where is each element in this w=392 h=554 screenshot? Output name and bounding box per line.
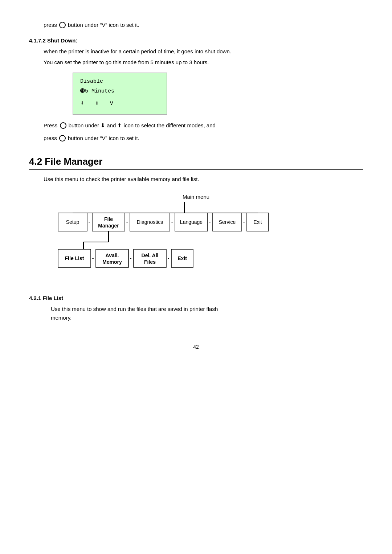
shutdown-desc1: When the printer is inactive for a certa… xyxy=(44,47,363,56)
press-label-1: Press xyxy=(44,122,57,128)
arrow-row: ⬇ ⬆ V xyxy=(80,98,159,109)
main-menu-label: Main menu xyxy=(183,194,209,200)
svg-text:Service: Service xyxy=(219,219,236,225)
disable-option: Disable xyxy=(80,77,159,86)
press-label-2: press xyxy=(44,135,57,141)
five-minutes-option: ➒5 Minutes xyxy=(80,86,159,96)
press-text-1: button under ⬇ and ⬆ icon to select the … xyxy=(69,122,216,128)
v-label: V xyxy=(110,99,113,108)
up-arrow-icon: ⬆ xyxy=(95,98,99,109)
menu-diagram: Main menu Setup - File Manager - Diagnos… xyxy=(29,194,363,282)
circle-icon-3 xyxy=(59,135,66,141)
intro-press-line: press button under “V” icon to set it. xyxy=(44,22,363,29)
press-instruction-2: press button under “V” icon to set it. xyxy=(44,133,363,143)
svg-text:Del. All: Del. All xyxy=(142,253,159,258)
svg-text:Files: Files xyxy=(144,259,156,265)
svg-text:-: - xyxy=(209,219,211,225)
svg-text:-: - xyxy=(171,219,173,225)
svg-text:-: - xyxy=(243,219,245,225)
shutdown-desc2: You can set the printer to go this mode … xyxy=(44,58,363,67)
page-number: 42 xyxy=(29,344,363,350)
intro-line1b: button under “V” icon to set it. xyxy=(68,22,139,28)
svg-text:Setup: Setup xyxy=(66,219,79,225)
svg-text:Manager: Manager xyxy=(98,223,119,229)
svg-text:Language: Language xyxy=(180,219,203,225)
svg-text:-: - xyxy=(168,255,170,261)
svg-text:-: - xyxy=(92,255,94,261)
shutdown-heading: 4.1.7.2 Shut Down: xyxy=(29,37,363,44)
svg-text:File: File xyxy=(104,216,113,222)
svg-text:Avail.: Avail. xyxy=(106,253,119,258)
svg-text:-: - xyxy=(130,255,132,261)
svg-text:Memory: Memory xyxy=(102,259,122,265)
press-text-2: button under “V” icon to set it. xyxy=(68,135,139,141)
svg-text:-: - xyxy=(126,219,128,225)
chapter-intro: Use this menu to check the printer avail… xyxy=(44,176,363,182)
circle-icon-1 xyxy=(59,22,66,28)
chapter-heading: 4.2 File Manager xyxy=(29,156,363,170)
file-list-heading: 4.2.1 File List xyxy=(29,295,363,301)
svg-text:Diagnostics: Diagnostics xyxy=(137,219,163,225)
press-instruction-1: Press button under ⬇ and ⬆ icon to selec… xyxy=(44,120,363,130)
down-arrow-icon: ⬇ xyxy=(80,98,84,109)
svg-text:-: - xyxy=(89,219,90,225)
file-list-body1: Use this menu to show and run the files … xyxy=(51,305,363,313)
shutdown-mode-box: Disable ➒5 Minutes ⬇ ⬆ V xyxy=(73,73,167,115)
svg-text:Exit: Exit xyxy=(253,219,262,225)
circle-icon-2 xyxy=(60,122,66,129)
menu-tree-svg: Setup - File Manager - Diagnostics - Lan… xyxy=(47,202,345,282)
svg-text:File List: File List xyxy=(65,255,84,261)
svg-text:Exit: Exit xyxy=(177,255,187,261)
file-list-body2: memory. xyxy=(51,313,363,322)
